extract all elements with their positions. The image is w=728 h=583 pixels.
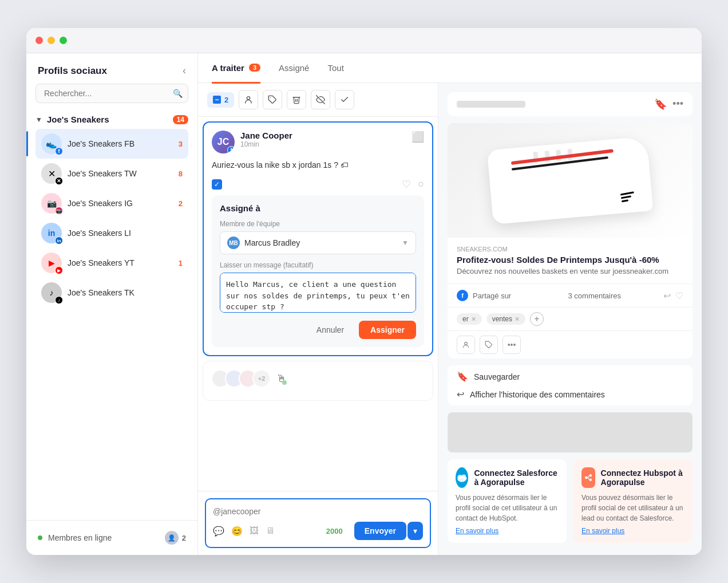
screen-icon[interactable]: 🖥 [266, 526, 275, 536]
history-action-label: Afficher l'historique des commentaires [470, 390, 605, 399]
tag-ventes: ventes ✕ [486, 313, 525, 325]
online-label: Membres en ligne [48, 533, 158, 542]
salesforce-body: Vous pouvez désormais lier le profil soc… [456, 493, 559, 523]
add-tag-button[interactable]: + [530, 312, 544, 326]
minimize-button[interactable] [48, 37, 55, 44]
member-label: Membre de l'équipe [220, 220, 416, 228]
group-badge: 14 [173, 115, 188, 124]
message-meta: Jane Cooper 10min [240, 131, 406, 148]
post-image [448, 123, 693, 238]
svg-point-8 [463, 476, 467, 480]
maximize-button[interactable] [60, 37, 67, 44]
post-title: Profitez-vous! Soldes De Printemps Jusqu… [457, 255, 683, 265]
hubspot-link[interactable]: En savoir plus [581, 527, 685, 535]
heart-icon[interactable]: ♡ [402, 178, 411, 191]
comment-icon[interactable]: 💬 [213, 526, 224, 537]
ig-badge: 📷 [55, 207, 63, 215]
message-card-2[interactable]: +2 🖱 [203, 361, 433, 401]
app-window: Profils sociaux ‹ 🔍 ▼ Joe's Sneakers 14 … [26, 28, 702, 555]
more-icon[interactable]: ••• [672, 98, 683, 111]
assign-panel: Assigné à Membre de l'équipe MB Marcus B… [212, 195, 424, 347]
post-desc: Découvrez nos nouvelles baskets en vente… [457, 267, 683, 275]
post-source: SNEAKERS.COM [457, 246, 683, 253]
chevron-down-icon: ▼ [35, 116, 42, 124]
content-area: − 2 [198, 83, 702, 555]
search-icon: 🔍 [173, 89, 183, 98]
sidebar-collapse-button[interactable]: ‹ [183, 65, 186, 77]
tk-badge: ♪ [55, 296, 63, 304]
history-action[interactable]: ↩ Afficher l'historique des commentaires [457, 389, 683, 400]
send-button[interactable]: Envoyer [354, 522, 406, 540]
heart-icon[interactable]: ♡ [675, 290, 683, 301]
tab-label-a-traiter: A traiter [212, 63, 244, 73]
sidebar-item-tw[interactable]: ✕ ✕ Joe's Sneakers TW 8 [35, 159, 188, 188]
sidebar-item-badge-fb: 3 [179, 140, 183, 148]
fb-avatar: 👟 f [41, 133, 62, 154]
tag-er: er ✕ [457, 313, 482, 325]
sidebar-item-label-tw: Joe's Sneakers TW [68, 169, 173, 178]
tag-icon-button[interactable] [263, 90, 282, 109]
bookmark-icon[interactable]: 🔖 [654, 98, 667, 111]
tw-avatar: ✕ ✕ [41, 163, 62, 184]
sidebar-item-ig[interactable]: 📷 📷 Joe's Sneakers IG 2 [35, 188, 188, 218]
li-avatar: in in [41, 223, 62, 243]
tag-close-er[interactable]: ✕ [471, 316, 476, 323]
hide-icon-button[interactable] [311, 90, 330, 109]
close-button[interactable] [35, 37, 43, 44]
tag-action-button[interactable] [480, 336, 498, 354]
salesforce-link[interactable]: En savoir plus [456, 527, 559, 535]
tag-label-ventes: ventes [492, 315, 512, 323]
send-dropdown-button[interactable]: ▾ [407, 522, 423, 540]
message-actions: ✓ ♡ ○ [212, 178, 424, 191]
sidebar-item-yt[interactable]: ▶ ▶ Joe's Sneakers YT 1 [35, 248, 188, 278]
reply-input-box: 💬 😊 🖼 🖥 2000 Envoyer ▾ [205, 498, 431, 548]
svg-point-10 [585, 476, 588, 479]
select-all-button[interactable]: − 2 [207, 92, 234, 108]
header-placeholder [457, 101, 525, 108]
more-action-button[interactable]: ••• [503, 336, 521, 354]
tag-close-ventes[interactable]: ✕ [515, 316, 520, 323]
sidebar-item-label-ig: Joe's Sneakers IG [68, 199, 173, 208]
assign-action-button[interactable] [457, 336, 475, 354]
assign-button[interactable]: Assigner [359, 321, 416, 339]
adidas-logo [620, 191, 635, 202]
right-panel-header: 🔖 ••• [448, 92, 693, 116]
sidebar-search-container: 🔍 [35, 84, 188, 103]
sidebar-item-label-li: Joe's Sneakers LI [68, 229, 177, 238]
image-icon[interactable]: 🖼 [250, 526, 259, 536]
sidebar-item-fb[interactable]: 👟 f Joe's Sneakers FB 3 [35, 129, 188, 159]
tab-tout[interactable]: Tout [327, 54, 343, 84]
message-card-jane[interactable]: JC f Jane Cooper 10min ⬜ Auriez-vous la … [203, 121, 433, 356]
search-input[interactable] [35, 84, 188, 103]
save-action[interactable]: 🔖 Sauvegarder [457, 371, 683, 382]
tab-a-traiter[interactable]: A traiter 3 [212, 54, 260, 84]
sneaker-visual [448, 123, 693, 238]
post-stat-icons: ↩ ♡ [663, 290, 683, 301]
sidebar-item-li[interactable]: in in Joe's Sneakers LI [35, 218, 188, 248]
message-author-name: Jane Cooper [240, 131, 406, 140]
cancel-button[interactable]: Annuler [307, 321, 353, 339]
reply-icon[interactable]: ↩ [663, 290, 671, 301]
member-select[interactable]: MB Marcus Bradley ▼ [220, 231, 416, 254]
delete-icon-button[interactable] [287, 90, 306, 109]
tab-badge-a-traiter: 3 [249, 64, 260, 72]
action-icons-row: ••• [448, 330, 693, 359]
assign-icon-button[interactable] [239, 90, 258, 109]
assign-message-input[interactable]: Hello Marcus, ce client a une question s… [220, 273, 416, 313]
check-icon-button[interactable] [335, 90, 354, 109]
main-content: A traiter 3 Assigné Tout − 2 [198, 53, 702, 555]
emoji-icon[interactable]: 😊 [231, 526, 243, 537]
message-checkbox[interactable]: ✓ [212, 179, 222, 190]
bookmark-context-icon: 🔖 [457, 371, 468, 382]
sidebar-item-tk[interactable]: ♪ ♪ Joe's Sneakers TK [35, 278, 188, 308]
hubspot-card: Connectez Hubspot à Agorapulse Vous pouv… [573, 459, 693, 543]
messages-panel: − 2 [198, 83, 438, 555]
reply-icon[interactable]: ⬜ [412, 131, 424, 143]
titlebar [26, 28, 702, 53]
group-header[interactable]: ▼ Joe's Sneakers 14 [35, 112, 188, 129]
done-icon[interactable]: ○ [418, 178, 424, 191]
group-name: Joe's Sneakers [47, 115, 168, 124]
message-platform-badge: f [227, 146, 235, 153]
reply-input[interactable] [213, 507, 423, 516]
tab-assigne[interactable]: Assigné [279, 54, 309, 84]
